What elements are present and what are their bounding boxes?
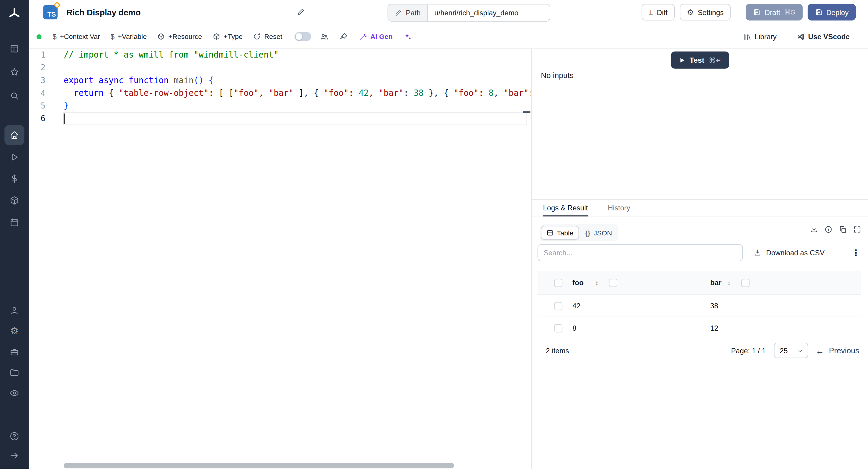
help-icon[interactable]: [0, 431, 29, 441]
path-control[interactable]: Path u/henri/rich_display_demo: [388, 4, 550, 22]
result-view-toggle: Table {} JSON: [540, 224, 618, 242]
sidebar-item-resources-icon[interactable]: [0, 195, 29, 205]
wand-icon: [359, 32, 367, 41]
search-icon[interactable]: [0, 91, 29, 101]
table-cell: 12: [710, 317, 718, 339]
copy-icon[interactable]: [839, 225, 847, 234]
draft-button[interactable]: Draft ⌘S: [746, 4, 803, 21]
download-icon[interactable]: [810, 225, 818, 234]
gear-icon: ⚙: [687, 8, 694, 17]
favorites-star-icon[interactable]: [0, 67, 29, 77]
select-all-checkbox[interactable]: [554, 279, 563, 287]
kebab-menu-icon[interactable]: ⋮: [851, 244, 860, 261]
sort-icon[interactable]: ↕: [595, 271, 598, 294]
path-value: u/henri/rich_display_demo: [428, 4, 550, 21]
expand-icon[interactable]: [853, 225, 861, 234]
code-editor[interactable]: 1 2 3 4 5 6 // import * as wmill from "w…: [29, 49, 532, 469]
page-size-select[interactable]: 25: [774, 343, 808, 358]
search-input[interactable]: [537, 244, 743, 261]
column-header[interactable]: bar: [710, 271, 721, 294]
format-brush-icon[interactable]: [338, 32, 350, 41]
column-header[interactable]: foo: [572, 271, 584, 294]
info-icon[interactable]: [824, 225, 833, 234]
add-resource-button[interactable]: +Resource: [156, 33, 204, 40]
sidebar-item-home[interactable]: [4, 125, 24, 145]
path-edit-button[interactable]: Path: [388, 4, 428, 21]
line-numbers: 1 2 3 4 5 6: [29, 49, 45, 125]
sidebar: ⚙: [0, 0, 29, 469]
horizontal-scrollbar-thumb[interactable]: [64, 463, 454, 468]
deploy-button[interactable]: Deploy: [807, 4, 856, 21]
view-json-chip[interactable]: {} JSON: [580, 226, 617, 239]
download-csv-button[interactable]: Download as CSV: [753, 244, 825, 261]
overview-ruler-marker: [523, 111, 530, 113]
typescript-badge: TS: [43, 5, 58, 20]
dollar-icon: $: [53, 32, 56, 41]
sort-icon[interactable]: ↕: [727, 271, 731, 294]
sidebar-item-runs-icon[interactable]: [0, 152, 29, 162]
row-checkbox[interactable]: [554, 324, 563, 332]
library-icon: [743, 32, 751, 41]
collab-toggle[interactable]: [294, 32, 311, 41]
add-type-button[interactable]: +Type: [211, 33, 244, 40]
sidebar-item-folders-icon[interactable]: [0, 368, 29, 378]
sidebar-item-settings-gear-icon[interactable]: ⚙: [0, 326, 29, 336]
sparkles-icon[interactable]: [401, 32, 413, 41]
column-filter-checkbox[interactable]: [741, 279, 749, 287]
table-footer: 2 items Page: 1 / 1 25 ← Previous: [537, 339, 861, 362]
package-icon: [157, 33, 165, 40]
result-section: Logs & Result History Table {} JSON: [532, 199, 868, 469]
draft-shortcut: ⌘S: [784, 8, 795, 16]
reset-button[interactable]: Reset: [251, 33, 284, 40]
table-grid-icon: [547, 229, 554, 236]
table-row: 42 38: [537, 295, 861, 317]
apps-grid-icon[interactable]: [0, 44, 29, 54]
add-context-var-button[interactable]: $ +Context Var: [51, 32, 101, 41]
path-label: Path: [406, 8, 421, 17]
left-arrow-icon: ←: [815, 346, 824, 355]
windmill-logo-icon[interactable]: [0, 7, 29, 21]
download-icon: [753, 249, 762, 257]
table-cell: 38: [710, 295, 718, 317]
diff-button[interactable]: ± Diff: [641, 4, 675, 21]
settings-button[interactable]: ⚙ Settings: [680, 4, 731, 21]
dollar-icon: $: [111, 32, 115, 41]
edit-summary-pencil-icon[interactable]: [297, 8, 305, 16]
text-cursor: [64, 114, 64, 124]
previous-page-button[interactable]: ← Previous: [815, 346, 859, 355]
result-tabbar: Logs & Result History: [532, 200, 868, 216]
run-result-panel: Test ⌘↵ No inputs Logs & Result History …: [531, 49, 868, 469]
status-dot-badge: [54, 2, 60, 7]
sidebar-item-users-icon[interactable]: [0, 306, 29, 316]
chevron-down-icon: [797, 347, 803, 353]
library-button[interactable]: Library: [741, 32, 778, 41]
sidebar-item-audit-eye-icon[interactable]: [0, 388, 29, 398]
table-header-row: foo ↕ bar ↕: [537, 271, 861, 295]
test-button[interactable]: Test ⌘↵: [671, 52, 729, 69]
expand-sidebar-arrow-icon[interactable]: [0, 450, 29, 461]
sidebar-item-workers-icon[interactable]: [0, 347, 29, 357]
code-line: }: [64, 100, 69, 113]
code-line: // import * as wmill from "windmill-clie…: [64, 49, 278, 61]
vscode-icon: [797, 32, 805, 41]
test-shortcut: ⌘↵: [709, 56, 721, 64]
package-icon: [213, 33, 220, 40]
table-cell: 42: [572, 295, 581, 317]
ai-gen-button[interactable]: AI Gen: [357, 32, 395, 41]
tab-history[interactable]: History: [608, 200, 630, 216]
column-filter-checkbox[interactable]: [609, 279, 617, 287]
sidebar-item-variables-icon[interactable]: [0, 174, 29, 184]
tab-logs-result[interactable]: Logs & Result: [543, 200, 588, 216]
save-icon: [815, 8, 823, 16]
row-checkbox[interactable]: [554, 302, 563, 310]
use-vscode-button[interactable]: Use VScode: [795, 32, 851, 41]
save-icon: [753, 8, 761, 16]
view-table-chip[interactable]: Table: [541, 226, 579, 240]
add-variable-button[interactable]: $ +Variable: [109, 32, 148, 41]
collaborators-icon[interactable]: [318, 32, 330, 41]
code-line: return { "table-row-object": [ ["foo", "…: [64, 87, 531, 99]
status-green-dot: [36, 34, 41, 39]
code-line: export async function main() {: [64, 74, 214, 87]
sidebar-item-schedules-icon[interactable]: [0, 218, 29, 227]
page-title: Rich Display demo: [66, 0, 141, 24]
